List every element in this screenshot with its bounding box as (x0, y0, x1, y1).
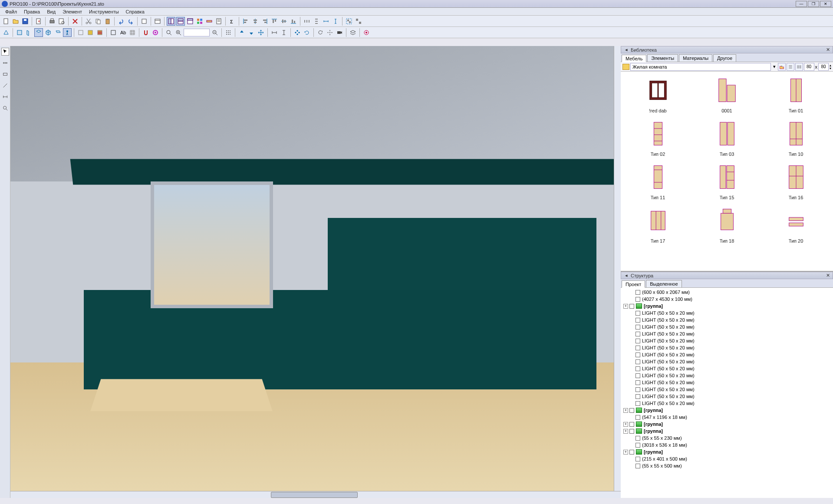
show-labels-icon[interactable]: Ab (119, 28, 127, 37)
tree-item-row[interactable]: LIGHT (50 x 50 x 20 мм) (622, 344, 832, 351)
size-updown-icon[interactable]: ▴▾ (830, 64, 831, 70)
structure-tree[interactable]: (600 x 600 x 2067 мм)(4027 x 4530 x 100 … (621, 288, 833, 498)
library-item[interactable]: Тип 18 (693, 205, 761, 244)
print-preview-icon[interactable] (57, 17, 66, 26)
library-item[interactable]: Тип 03 (693, 119, 761, 157)
checkbox[interactable] (635, 415, 640, 420)
expand-icon[interactable]: + (623, 408, 628, 413)
tree-item-row[interactable]: LIGHT (50 x 50 x 20 мм) (622, 316, 832, 323)
tab-other[interactable]: Другое (713, 54, 736, 62)
tree-item-row[interactable]: LIGHT (50 x 50 x 20 мм) (622, 330, 832, 337)
checkbox[interactable] (629, 450, 634, 455)
zoom-combo[interactable] (184, 29, 210, 36)
same-width-icon[interactable] (322, 17, 330, 26)
tree-item-row[interactable]: LIGHT (50 x 50 x 20 мм) (622, 337, 832, 344)
library-item[interactable]: Тип 16 (762, 162, 830, 200)
maximize-button[interactable]: ❐ (808, 1, 819, 7)
undo-icon[interactable] (117, 17, 125, 26)
move-up-icon[interactable] (237, 28, 246, 37)
view-walk-icon[interactable] (63, 28, 72, 37)
library-item[interactable]: Тип 01 (762, 75, 830, 113)
checkbox[interactable] (635, 380, 640, 385)
align-left-icon[interactable] (241, 17, 250, 26)
move-down-icon[interactable] (247, 28, 256, 37)
shape-rect-icon[interactable] (1, 70, 9, 78)
layers-icon[interactable] (349, 28, 357, 37)
list-view-icon[interactable] (787, 63, 794, 71)
tree-item-row[interactable]: (547 x 1196 x 18 мм) (622, 414, 832, 421)
checkbox[interactable] (635, 436, 640, 441)
panel-reports-icon[interactable] (214, 17, 223, 26)
new-element-icon[interactable] (140, 17, 148, 26)
tree-item-row[interactable]: (600 x 600 x 2067 мм) (622, 289, 832, 296)
checkbox[interactable] (635, 290, 640, 295)
tree-item-row[interactable]: LIGHT (50 x 50 x 20 мм) (622, 379, 832, 386)
tree-item-row[interactable]: (3018 x 536 x 18 мм) (622, 441, 832, 448)
library-item[interactable]: Тип 15 (693, 162, 761, 200)
render-textured-icon[interactable] (95, 28, 104, 37)
library-item[interactable]: 0001 (693, 75, 761, 113)
viewport-3d[interactable]: ◂ (10, 46, 621, 498)
view-side-icon[interactable] (25, 28, 33, 37)
panel-dimensions-icon[interactable] (205, 17, 214, 26)
menu-view[interactable]: Вид (43, 9, 59, 14)
new-file-icon[interactable] (2, 17, 10, 26)
checkbox[interactable] (635, 394, 640, 399)
checkbox[interactable] (635, 464, 640, 468)
pan-tool-icon[interactable] (293, 28, 302, 37)
library-item[interactable]: !red dab (624, 75, 691, 113)
checkbox[interactable] (635, 332, 640, 336)
camera-icon[interactable] (335, 28, 344, 37)
distribute-h-icon[interactable] (303, 17, 311, 26)
checkbox[interactable] (635, 339, 640, 343)
panel-structure-icon[interactable] (176, 17, 185, 26)
library-item[interactable]: Тип 17 (624, 205, 691, 244)
tree-group-row[interactable]: +[группа] (622, 421, 832, 428)
checkbox[interactable] (635, 457, 640, 461)
checkbox[interactable] (635, 401, 640, 406)
copy-icon[interactable] (94, 17, 102, 26)
ungroup-icon[interactable] (354, 17, 363, 26)
show-grid-icon[interactable] (128, 28, 137, 37)
checkbox[interactable] (635, 346, 640, 350)
group-icon[interactable] (345, 17, 353, 26)
thumb-width-input[interactable] (804, 63, 814, 71)
align-hcenter-icon[interactable] (251, 17, 260, 26)
move-tool-icon[interactable] (257, 28, 265, 37)
structure-close-icon[interactable]: ✕ (826, 273, 830, 278)
zoom-tool-icon[interactable] (1, 104, 9, 112)
checkbox[interactable] (629, 429, 634, 434)
render-solid-icon[interactable] (86, 28, 95, 37)
checkbox[interactable] (635, 352, 640, 357)
open-file-icon[interactable] (11, 17, 20, 26)
library-path-input[interactable] (630, 63, 771, 71)
tree-group-row[interactable]: +[группа] (622, 303, 832, 310)
panel-library-icon[interactable] (167, 17, 175, 26)
checkbox[interactable] (635, 325, 640, 329)
panel-properties-icon[interactable] (186, 17, 194, 26)
tree-group-row[interactable]: +[группа] (622, 407, 832, 414)
export-icon[interactable] (34, 17, 43, 26)
tree-item-row[interactable]: LIGHT (50 x 50 x 20 мм) (622, 400, 832, 407)
tree-item-row[interactable]: LIGHT (50 x 50 x 20 мм) (622, 386, 832, 393)
thumb-view-icon[interactable] (795, 63, 803, 71)
checkbox[interactable] (635, 373, 640, 378)
library-item[interactable]: Тип 20 (762, 205, 830, 244)
menu-element[interactable]: Элемент (59, 9, 86, 14)
align-top-icon[interactable] (270, 17, 279, 26)
thumb-height-input[interactable] (818, 63, 829, 71)
print-icon[interactable] (48, 17, 56, 26)
tab-project[interactable]: Проект (622, 280, 645, 288)
viewport-scroll-horizontal[interactable] (10, 491, 621, 498)
tab-selection[interactable]: Выделенное (646, 280, 682, 287)
tree-item-row[interactable]: (215 x 401 x 500 мм) (622, 455, 832, 462)
library-item[interactable]: Тип 11 (624, 162, 691, 200)
tab-elements[interactable]: Элементы (647, 54, 678, 62)
save-file-icon[interactable] (21, 17, 30, 26)
settings-icon[interactable] (362, 28, 371, 37)
panel-materials-icon[interactable] (195, 17, 204, 26)
checkbox[interactable] (635, 387, 640, 392)
tab-furniture[interactable]: Мебель (622, 55, 646, 62)
dimension-h-icon[interactable] (270, 28, 279, 37)
tree-item-row[interactable]: LIGHT (50 x 50 x 20 мм) (622, 351, 832, 358)
